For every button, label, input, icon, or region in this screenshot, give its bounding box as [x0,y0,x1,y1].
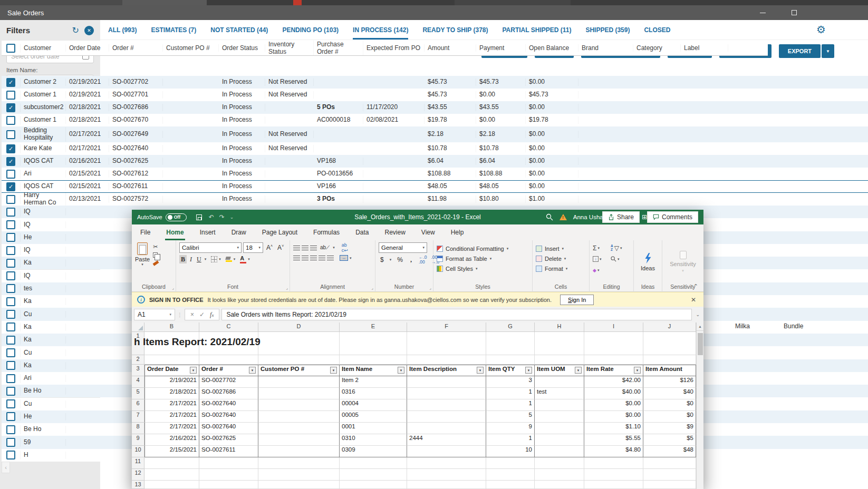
font-name-select[interactable]: Calibri▾ [179,242,242,253]
sheet-cell[interactable] [643,355,696,365]
row-checkbox[interactable] [6,170,15,179]
table-row[interactable]: ✓IQOS CAT02/16/2021SO-0027625In ProcessV… [2,155,868,168]
italic-button[interactable]: I [188,255,194,263]
increase-font-icon[interactable]: A˄ [265,243,274,252]
sheet-cell[interactable]: ▼Customer PO # [258,365,340,376]
row-checkbox[interactable] [6,322,15,331]
tab-closed[interactable]: CLOSED [644,21,670,40]
sheet-cell[interactable]: ▼Item QTY [486,365,535,376]
excel-tab-home[interactable]: Home [165,224,185,240]
table-row[interactable]: Customer 102/18/2021SO-0027670In Process… [2,114,868,126]
sheet-cell[interactable] [340,481,407,489]
sheet-cell[interactable] [486,481,535,489]
table-row[interactable]: ✓Customer 202/19/2021SO-0027702In Proces… [2,76,868,89]
row-checkbox[interactable] [6,208,15,217]
save-icon[interactable] [196,214,202,220]
sheet-cell[interactable] [407,399,486,411]
cell[interactable]: VP168 [314,158,363,165]
sheet-cell[interactable] [407,332,486,355]
autosave-toggle[interactable]: Off [166,213,187,221]
currency-icon[interactable]: $ [379,256,385,264]
row-checkbox[interactable] [6,91,15,100]
sheet-cell[interactable] [407,446,486,457]
insert-cells-button[interactable]: Insert▾ [536,243,587,253]
sheet-cell[interactable]: 2444 [407,434,486,446]
sheet-cell[interactable] [144,355,199,365]
row-number[interactable]: 5 [132,388,144,399]
select-all-checkbox[interactable] [6,44,15,53]
increase-indent-icon[interactable] [327,256,334,260]
close-filters-icon[interactable]: ✕ [84,26,94,35]
row-checkbox[interactable]: ✓ [6,144,15,153]
order-link[interactable]: SO-0027670 [109,116,163,124]
number-format-select[interactable]: General▾ [379,242,427,253]
row-number[interactable]: 7 [132,411,144,423]
sheet-cell[interactable]: 00005 [340,411,407,423]
sheet-cell[interactable]: 1 [486,434,535,446]
refresh-icon[interactable]: ↻ [72,25,79,35]
percent-icon[interactable]: % [396,256,404,264]
sheet-cell[interactable]: 0309 [340,446,407,457]
delete-cells-button[interactable]: Delete▾ [536,253,587,263]
undo-icon[interactable]: ↶ [209,213,214,221]
row-number[interactable]: 9 [132,434,144,446]
sheet-cell[interactable]: $9 [643,423,696,434]
row-number[interactable]: 4 [132,376,144,388]
align-top-icon[interactable] [293,246,300,250]
comments-button[interactable]: Comments [647,211,698,223]
filter-dropdown-icon[interactable]: ▼ [575,367,582,374]
format-painter-icon[interactable] [153,260,159,266]
column-letter[interactable]: G [486,322,535,332]
sheet-cell[interactable]: 1 [486,388,535,399]
sign-in-button[interactable]: Sign In [560,295,594,305]
sheet-cell[interactable] [258,469,340,481]
order-link[interactable]: SO-0027611 [109,183,163,190]
scroll-up-icon[interactable]: ▲ [697,322,703,331]
order-link[interactable]: SO-0027640 [109,145,163,152]
collapse-ribbon-icon[interactable]: ⌃ [693,283,698,290]
row-checkbox[interactable] [6,425,15,434]
sheet-cell[interactable]: 00004 [340,399,407,411]
sheet-cell[interactable] [407,411,486,423]
export-button[interactable]: EXPORT [779,44,821,58]
sheet-cell[interactable]: SO-0027640 [199,399,258,411]
excel-tab-view[interactable]: View [420,224,436,240]
sheet-cell[interactable]: SO-0027625 [199,434,258,446]
sheet-cell[interactable] [407,457,486,469]
sheet-cell[interactable] [584,332,643,355]
sheet-cell[interactable]: ▼Item Rate [584,365,643,376]
filter-dropdown-icon[interactable]: ▼ [525,367,532,374]
cell[interactable]: AC0000018 [314,116,363,124]
sheet-cell[interactable]: ▼Item UOM [535,365,584,376]
align-right-icon[interactable] [310,256,317,260]
table-row[interactable]: ✓IQOS CAT02/15/2021SO-0027611In ProcessV… [2,180,868,193]
sheet-cell[interactable] [535,423,584,434]
format-cells-button[interactable]: Format▾ [536,263,587,273]
sheet-cell[interactable] [340,355,407,365]
sheet-cell[interactable] [407,376,486,388]
row-checkbox[interactable] [6,284,15,293]
sheet-cell[interactable] [584,457,643,469]
name-box[interactable]: A1▾ [134,309,175,320]
column-letter[interactable]: C [199,322,258,332]
tab-ready-to-ship-378-[interactable]: READY TO SHIP (378) [422,21,488,40]
sheet-cell[interactable] [407,469,486,481]
row-number[interactable]: 13 [132,481,144,489]
column-letter[interactable]: D [258,322,340,332]
order-link[interactable]: SO-0027701 [109,91,163,99]
order-link[interactable]: SO-0027625 [109,158,163,165]
sheet-cell[interactable] [199,481,258,489]
font-size-select[interactable]: 18▾ [243,242,263,253]
tab-not-started-44-[interactable]: NOT STARTED (44) [210,21,268,40]
sheet-cell[interactable]: $126 [643,376,696,388]
wrap-text-icon[interactable]: abc↩ [342,242,348,253]
warning-icon[interactable] [560,214,567,220]
sheet-cell[interactable]: 1 [486,399,535,411]
sheet-cell[interactable]: 5 [486,411,535,423]
expand-formula-bar-icon[interactable]: ⌄ [694,312,701,317]
sheet-cell[interactable] [535,434,584,446]
select-all-corner[interactable] [132,322,144,332]
sheet-cell[interactable] [258,376,340,388]
sheet-cell[interactable] [258,423,340,434]
sheet-cell[interactable] [486,332,535,355]
